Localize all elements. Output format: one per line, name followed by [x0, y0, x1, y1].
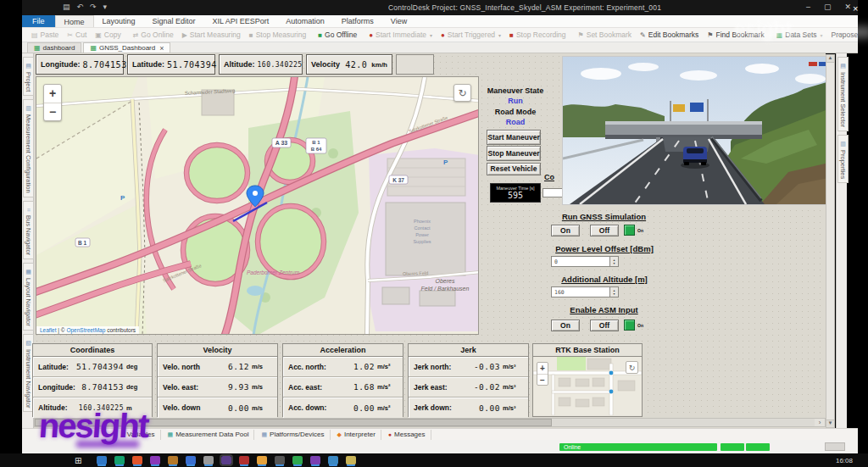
- edit-bookmarks-button[interactable]: ✎Edit Bookmarks: [636, 29, 703, 42]
- tab-xil-api-eesport[interactable]: XIL API EESPort: [204, 15, 278, 27]
- start-triggered-button[interactable]: ●Start Triggered▾: [437, 29, 505, 42]
- tab-file[interactable]: File: [22, 15, 55, 27]
- tab-signal-editor[interactable]: Signal Editor: [144, 15, 204, 27]
- vertical-scrollbar[interactable]: ▲ ▼: [826, 54, 835, 428]
- cut-button[interactable]: ✂Cut: [63, 29, 91, 42]
- taskbar-app-11[interactable]: [275, 456, 285, 464]
- start-measuring-button[interactable]: ▶Start Measuring: [178, 29, 245, 42]
- taskbar-app-4[interactable]: [150, 456, 160, 464]
- taskbar-app-9[interactable]: [239, 456, 249, 464]
- sidebar-item-layout-navigator[interactable]: ▦Layout Navigator: [23, 263, 34, 331]
- taskbar-app-12[interactable]: [292, 456, 303, 464]
- map-badge-a33: A 33: [275, 140, 288, 146]
- stop-measuring-button[interactable]: ■Stop Measuring: [245, 29, 310, 42]
- sidebar-item-measurement-configuration[interactable]: ▥Measurement Configuration: [23, 99, 34, 197]
- zoom-out-button[interactable]: −: [44, 103, 61, 120]
- tab-layouting[interactable]: Layouting: [94, 15, 144, 27]
- zoom-in-button[interactable]: +: [44, 85, 61, 103]
- sidebar-item-instrument-selector[interactable]: ▤Instrument Selector: [837, 57, 849, 131]
- scroll-up-icon[interactable]: ▲: [826, 55, 834, 63]
- go-online-button[interactable]: ⇄Go Online: [129, 29, 178, 42]
- bus-navigator-icon: ⌗: [25, 207, 32, 213]
- zoom-in-button[interactable]: +: [537, 363, 548, 374]
- power-level-offset-input[interactable]: 0 ▴▾: [551, 256, 619, 267]
- road-mode-label: Road Mode: [481, 108, 549, 116]
- simulation-video-view[interactable]: [562, 56, 833, 205]
- save-icon[interactable]: ▤: [63, 3, 70, 11]
- parking-icon: P: [443, 158, 448, 166]
- measurement-configuration-icon: ▥: [25, 105, 32, 112]
- tab-gnss-dashboard[interactable]: ▦ GNSS_Dashboard ×: [83, 42, 170, 53]
- gnss-on-button[interactable]: On: [551, 225, 580, 236]
- copy-button[interactable]: ▣Copy: [91, 29, 125, 42]
- overlay-close-icon[interactable]: ×: [853, 3, 858, 14]
- gnss-off-button[interactable]: Off: [590, 225, 619, 236]
- sidebar-item-properties[interactable]: ▥Properties: [837, 135, 849, 183]
- tab-dashboard[interactable]: ▦ dashboard: [27, 42, 81, 53]
- start-button[interactable]: ⊞: [75, 456, 81, 465]
- go-offline-icon: ■: [318, 31, 322, 39]
- set-bookmark-button[interactable]: ⚑Set Bookmark: [574, 29, 637, 42]
- simulation-3d-scene: [563, 57, 832, 204]
- spinner-buttons[interactable]: ▴▾: [609, 287, 618, 297]
- customize-quick-access-icon[interactable]: ▾: [103, 3, 108, 11]
- spinner-buttons[interactable]: ▴▾: [609, 257, 618, 266]
- openstreetmap-link[interactable]: OpenStreetMap: [66, 327, 105, 333]
- asm-state-led: [624, 320, 635, 331]
- rtk-map-reset-button[interactable]: ↻: [626, 361, 638, 374]
- taskbar-app-14[interactable]: [328, 456, 338, 464]
- tab-measurement-data-pool[interactable]: ▦Measurement Data Pool: [163, 430, 255, 440]
- minimize-button[interactable]: –: [806, 3, 810, 11]
- gnss-map[interactable]: A 33 B 1 B 64 B 1 K 37 Scharmeder Stadtw…: [36, 76, 479, 335]
- cut-icon: ✂: [67, 31, 73, 39]
- velocity-panel: Velocity Velo. north6.12m/s Velo. east:9…: [157, 343, 278, 417]
- asm-on-button[interactable]: On: [551, 320, 580, 331]
- map-badge-b1-west: B 1: [78, 240, 87, 246]
- horizontal-scrollbar[interactable]: ›: [34, 418, 826, 427]
- taskbar-app-15[interactable]: [346, 456, 356, 464]
- taskbar-app-3[interactable]: [132, 456, 142, 464]
- sidebar-item-project[interactable]: ▤Project: [23, 57, 34, 96]
- tab-automation[interactable]: Automation: [277, 15, 333, 27]
- map-reset-button[interactable]: ↻: [453, 84, 471, 102]
- document-tab-bar: ▦ dashboard ▦ GNSS_Dashboard ×: [22, 42, 858, 53]
- clipped-input[interactable]: [542, 188, 563, 197]
- maximize-button[interactable]: ▢: [824, 3, 832, 11]
- rtk-mini-map[interactable]: + − ↻: [533, 357, 642, 415]
- latitude-display: Latitude:51.704394deg: [127, 54, 215, 75]
- undo-icon[interactable]: ↶: [77, 3, 84, 11]
- go-offline-button[interactable]: ■Go Offline: [314, 29, 361, 42]
- tab-messages[interactable]: ●Messages: [383, 430, 431, 440]
- taskbar-app-1[interactable]: [97, 456, 107, 464]
- taskbar-app-13[interactable]: [310, 456, 320, 464]
- close-button[interactable]: ✕: [844, 3, 851, 11]
- scroll-right-icon[interactable]: ›: [815, 419, 825, 426]
- additional-altitude-input[interactable]: 160 ▴▾: [551, 286, 619, 297]
- taskbar-app-8[interactable]: [221, 456, 231, 464]
- zoom-out-button[interactable]: −: [537, 374, 548, 385]
- start-immediate-button[interactable]: ●Start Immediate▾: [364, 29, 437, 42]
- taskbar-app-7[interactable]: [203, 456, 214, 464]
- paste-button[interactable]: ▤Paste: [27, 29, 63, 42]
- redo-icon[interactable]: ↷: [90, 3, 97, 11]
- status-spacer: [825, 442, 845, 451]
- reset-vehicle-button[interactable]: Reset Vehicle: [487, 163, 541, 175]
- start-maneuver-button[interactable]: Start Maneuver: [487, 130, 541, 145]
- sidebar-item-bus-navigator[interactable]: ⌗Bus Navigator: [23, 201, 34, 259]
- tab-interpreter[interactable]: ◆Interpreter: [332, 430, 381, 440]
- asm-off-button[interactable]: Off: [590, 320, 619, 331]
- tab-platforms[interactable]: Platforms: [333, 15, 382, 27]
- stop-maneuver-button[interactable]: Stop Maneuver: [487, 146, 541, 161]
- taskbar-app-6[interactable]: [186, 456, 196, 464]
- tab-view[interactable]: View: [382, 15, 415, 27]
- taskbar-app-5[interactable]: [168, 456, 178, 464]
- taskbar-app-10[interactable]: [257, 456, 267, 464]
- tab-platforms-devices[interactable]: ▦Platforms/Devices: [256, 430, 330, 440]
- taskbar-app-2[interactable]: [114, 456, 125, 464]
- leaflet-link[interactable]: Leaflet: [40, 327, 57, 333]
- ribbon-toolbar: ▤Paste ✂Cut ▣Copy ⇄Go Online ▶Start Meas…: [22, 28, 858, 42]
- tab-home[interactable]: Home: [55, 15, 94, 27]
- close-tab-icon[interactable]: ×: [159, 44, 164, 53]
- stop-recording-button[interactable]: ■Stop Recording: [505, 29, 570, 42]
- scroll-down-icon[interactable]: ▼: [826, 420, 834, 427]
